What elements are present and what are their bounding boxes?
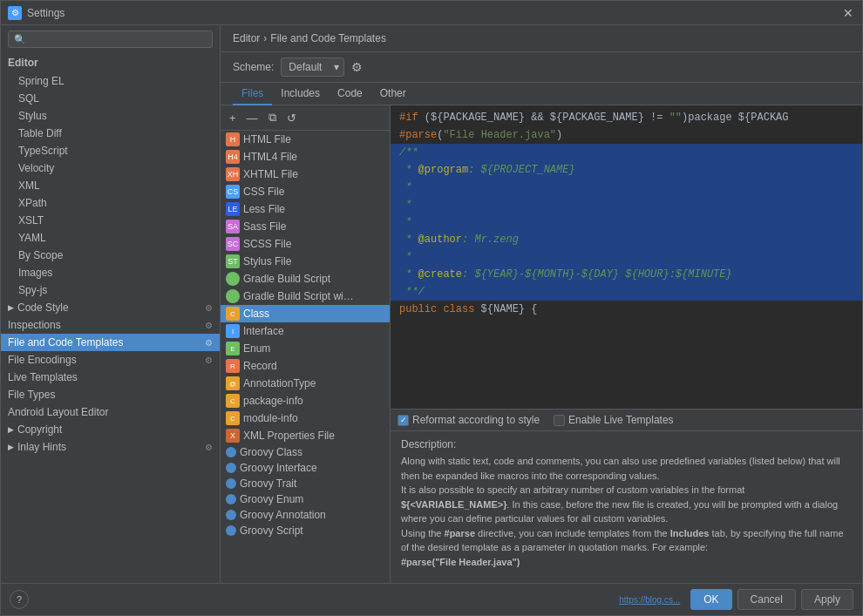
interface-file-icon: I — [226, 324, 240, 338]
file-item-sass[interactable]: SA Sass File — [221, 218, 390, 235]
file-item-package-info[interactable]: C package-info — [221, 392, 390, 410]
file-item-gradle-wrap[interactable]: Gradle Build Script with wrapp — [221, 288, 390, 305]
file-item-groovy-annotation[interactable]: Groovy Annotation — [221, 507, 390, 523]
sidebar-item-file-encodings-label: File Encodings — [8, 354, 77, 366]
file-item-gradle-label: Gradle Build Script — [243, 273, 330, 285]
live-templates-checkbox[interactable] — [554, 415, 565, 426]
chevron-right-icon-copyright: ▶ — [8, 425, 14, 434]
breadcrumb: Editor › File and Code Templates — [221, 25, 862, 52]
file-item-module-info-label: module-info — [243, 412, 298, 424]
file-item-class-label: Class — [243, 308, 269, 320]
sidebar-item-file-code-templates[interactable]: File and Code Templates ⚙ — [1, 334, 220, 351]
sass-file-icon: SA — [226, 220, 240, 234]
file-item-class[interactable]: C Class — [221, 305, 390, 322]
file-item-html4[interactable]: H4 HTML4 File — [221, 148, 390, 166]
tab-includes[interactable]: Includes — [272, 83, 329, 105]
file-item-groovy-trait[interactable]: Groovy Trait — [221, 476, 390, 491]
reset-template-button[interactable]: ↺ — [283, 110, 300, 126]
sidebar-item-images[interactable]: Images — [1, 264, 220, 281]
live-templates-label: Enable Live Templates — [568, 414, 674, 426]
sidebar-item-spring-el[interactable]: Spring EL — [1, 72, 220, 90]
close-button[interactable]: ✕ — [841, 6, 855, 20]
code-line-2: #parse("File Header.java") — [391, 126, 862, 144]
file-item-xml-props[interactable]: X XML Properties File — [221, 427, 390, 444]
file-item-annotation-label: AnnotationType — [243, 377, 316, 389]
stylus-file-icon: ST — [226, 254, 240, 268]
groovy-class-icon — [226, 447, 236, 457]
file-item-less[interactable]: LE Less File — [221, 200, 390, 218]
ok-button[interactable]: OK — [690, 589, 731, 610]
code-line-12: public class ${NAME} { — [391, 301, 862, 318]
groovy-script-icon — [226, 525, 236, 536]
code-line-10: * @create: ${YEAR}-${MONTH}-${DAY} ${HOU… — [391, 266, 862, 283]
title-bar-left: ⚙ Settings — [8, 6, 65, 20]
tab-code[interactable]: Code — [329, 83, 371, 105]
file-item-enum[interactable]: E Enum — [221, 340, 390, 357]
xml-props-icon: X — [226, 429, 240, 443]
sidebar-item-file-encodings[interactable]: File Encodings ⚙ — [1, 351, 220, 369]
cancel-button[interactable]: Cancel — [737, 589, 796, 610]
apply-button[interactable]: Apply — [801, 589, 853, 610]
sidebar-item-typescript[interactable]: TypeScript — [1, 142, 220, 159]
file-item-record[interactable]: R Record — [221, 357, 390, 375]
package-info-icon: C — [226, 394, 240, 408]
sidebar-item-file-types[interactable]: File Types — [1, 386, 220, 403]
tab-other[interactable]: Other — [371, 83, 415, 105]
sidebar-item-by-scope[interactable]: By Scope — [1, 247, 220, 264]
file-item-groovy-script[interactable]: Groovy Script — [221, 523, 390, 538]
bottom-link: https://blog.cs... — [619, 595, 685, 605]
file-item-stylus[interactable]: ST Stylus File — [221, 253, 390, 270]
sidebar-item-xslt[interactable]: XSLT — [1, 212, 220, 229]
add-template-button[interactable]: + — [226, 110, 240, 126]
file-item-gradle-wrap-label: Gradle Build Script with wrapp — [243, 290, 357, 302]
settings-icon-fe: ⚙ — [205, 355, 213, 365]
scheme-label: Scheme: — [233, 61, 274, 73]
file-item-xhtml-label: XHTML File — [243, 168, 298, 180]
scss-file-icon: SC — [226, 237, 240, 251]
description-label: Description: — [401, 438, 852, 450]
tab-files[interactable]: Files — [233, 83, 272, 105]
sidebar-item-spy-js[interactable]: Spy-js — [1, 281, 220, 299]
file-item-annotation[interactable]: @ AnnotationType — [221, 375, 390, 392]
file-item-module-info[interactable]: C module-info — [221, 410, 390, 427]
file-item-css[interactable]: CS CSS File — [221, 183, 390, 200]
sidebar-item-android-layout[interactable]: Android Layout Editor — [1, 403, 220, 421]
file-item-groovy-class[interactable]: Groovy Class — [221, 444, 390, 460]
file-item-interface[interactable]: I Interface — [221, 322, 390, 340]
scheme-select[interactable]: Default — [281, 58, 344, 77]
reformat-checkbox-label[interactable]: ✓ Reformat according to style — [398, 414, 540, 426]
reformat-checkbox[interactable]: ✓ — [398, 415, 409, 426]
code-editor[interactable]: #if (${PACKAGE_NAME} && ${PACKAGE_NAME} … — [391, 105, 862, 409]
remove-template-button[interactable]: — — [243, 110, 262, 126]
help-button[interactable]: ? — [10, 590, 29, 609]
copy-template-button[interactable]: ⧉ — [265, 109, 280, 126]
scheme-select-wrap: Default — [281, 58, 344, 77]
file-item-scss[interactable]: SC SCSS File — [221, 235, 390, 253]
sidebar-item-live-templates[interactable]: Live Templates — [1, 369, 220, 386]
file-item-html[interactable]: H HTML File — [221, 131, 390, 148]
groovy-trait-icon — [226, 478, 236, 489]
sidebar-item-xml[interactable]: XML — [1, 177, 220, 194]
sidebar-item-stylus[interactable]: Stylus — [1, 107, 220, 125]
search-input[interactable] — [8, 30, 213, 48]
sidebar-item-code-style[interactable]: ▶ Code Style ⚙ — [1, 299, 220, 316]
sidebar-item-yaml[interactable]: YAML — [1, 229, 220, 247]
sidebar-item-velocity[interactable]: Velocity — [1, 159, 220, 177]
sidebar-item-inlay-hints[interactable]: ▶ Inlay Hints ⚙ — [1, 438, 220, 456]
sidebar-item-table-diff[interactable]: Table Diff — [1, 125, 220, 142]
file-item-groovy-enum[interactable]: Groovy Enum — [221, 491, 390, 507]
scheme-gear-icon[interactable]: ⚙ — [351, 60, 363, 74]
live-templates-checkbox-label[interactable]: Enable Live Templates — [554, 414, 674, 426]
breadcrumb-current: File and Code Templates — [270, 32, 386, 44]
file-item-groovy-interface[interactable]: Groovy Interface — [221, 460, 390, 476]
enum-file-icon: E — [226, 342, 240, 355]
sidebar-item-inspections[interactable]: Inspections ⚙ — [1, 316, 220, 334]
class-file-icon: C — [226, 307, 240, 321]
file-item-gradle[interactable]: Gradle Build Script — [221, 270, 390, 288]
file-item-xhtml[interactable]: XH XHTML File — [221, 166, 390, 183]
settings-icon-fct: ⚙ — [205, 338, 213, 348]
reformat-label: Reformat according to style — [412, 414, 540, 426]
sidebar-item-copyright[interactable]: ▶ Copyright — [1, 421, 220, 438]
sidebar-item-sql[interactable]: SQL — [1, 90, 220, 107]
sidebar-item-xpath[interactable]: XPath — [1, 194, 220, 212]
